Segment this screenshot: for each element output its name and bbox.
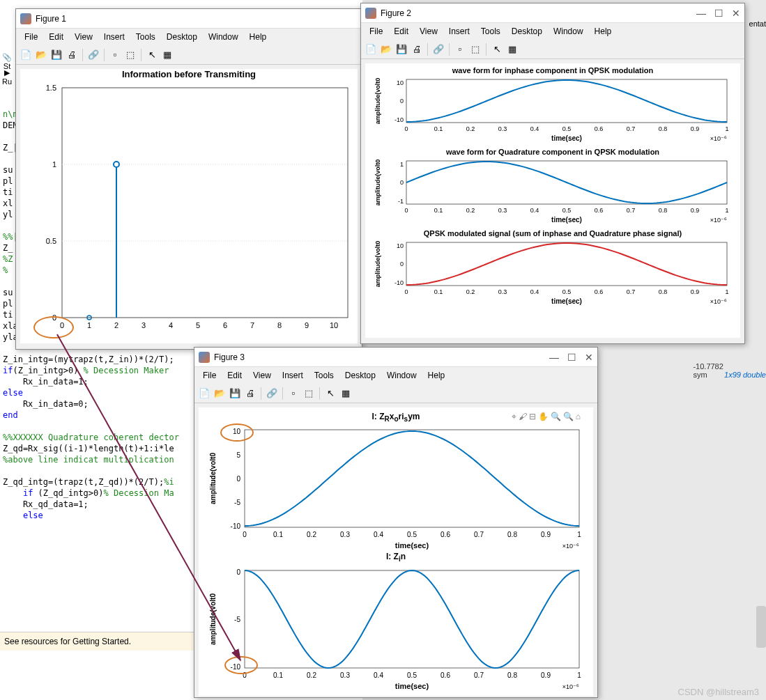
scrollbar-thumb[interactable] xyxy=(756,606,766,648)
svg-text:-5: -5 xyxy=(234,499,240,506)
print-icon[interactable]: 🖨 xyxy=(410,42,424,56)
new-icon[interactable]: 📄 xyxy=(364,42,378,56)
pan-icon[interactable]: ✋ xyxy=(538,412,549,421)
figure-2-subplot-3[interactable]: 100-10 00.10.20.30.40.50.60.70.80.91 tim… xyxy=(368,239,739,309)
new-icon[interactable]: 📄 xyxy=(197,387,211,400)
pointer-icon[interactable]: ↖ xyxy=(145,48,159,62)
menu-tools[interactable]: Tools xyxy=(475,25,506,38)
svg-text:0.6: 0.6 xyxy=(595,207,604,214)
minimize-button[interactable]: — xyxy=(696,8,706,19)
save-icon[interactable]: 💾 xyxy=(395,42,408,56)
rotate-icon[interactable]: ▫ xyxy=(108,48,122,62)
menu-help[interactable]: Help xyxy=(244,31,273,43)
zoomin-icon[interactable]: 🔍 xyxy=(551,412,561,421)
menu-file[interactable]: File xyxy=(197,369,222,382)
svg-text:0: 0 xyxy=(404,288,408,295)
figure-3-subplot-1[interactable]: 1050-5-10 00.10.20.30.40.50.60.70.80.91 … xyxy=(203,424,593,550)
open-icon[interactable]: 📂 xyxy=(213,387,227,400)
save-icon[interactable]: 💾 xyxy=(49,48,63,62)
figure-3-menubar: File Edit View Insert Tools Desktop Wind… xyxy=(194,367,597,384)
menu-insert[interactable]: Insert xyxy=(443,25,475,38)
menu-view[interactable]: View xyxy=(247,369,277,382)
figure-1-axes[interactable]: Information before Transmiting 0 0.5 1 1… xyxy=(20,69,358,343)
close-button[interactable]: ✕ xyxy=(732,8,740,19)
datatip-icon[interactable]: ⬚ xyxy=(302,387,316,400)
menu-window[interactable]: Window xyxy=(203,31,244,43)
svg-text:5: 5 xyxy=(236,451,240,459)
menu-edit[interactable]: Edit xyxy=(222,369,247,382)
print-icon[interactable]: 🖨 xyxy=(243,387,257,400)
pointer-icon[interactable]: ↖ xyxy=(323,387,337,400)
link-icon[interactable]: 🔗 xyxy=(86,48,100,62)
menu-view[interactable]: View xyxy=(414,25,443,38)
menu-help[interactable]: Help xyxy=(589,25,618,38)
svg-text:0.2: 0.2 xyxy=(307,671,316,679)
getting-started-link[interactable]: Getting Started xyxy=(72,637,129,646)
minimize-button[interactable]: — xyxy=(549,352,559,363)
svg-text:amplitude(volt0: amplitude(volt0 xyxy=(374,78,381,125)
svg-text:0: 0 xyxy=(236,475,240,483)
home-icon[interactable]: ⌂ xyxy=(576,412,581,421)
svg-text:8: 8 xyxy=(277,321,282,329)
properties-icon[interactable]: ▦ xyxy=(505,42,519,56)
svg-rect-0 xyxy=(62,88,348,318)
zoomout-icon[interactable]: 🔍 xyxy=(563,412,574,421)
menu-insert[interactable]: Insert xyxy=(277,369,309,382)
svg-text:0: 0 xyxy=(243,531,247,538)
menu-desktop[interactable]: Desktop xyxy=(339,369,381,382)
new-icon[interactable]: 📄 xyxy=(19,48,33,62)
menu-tools[interactable]: Tools xyxy=(309,369,339,382)
link-icon[interactable]: 🔗 xyxy=(431,42,445,56)
partial-tab-entat[interactable]: entat xyxy=(749,20,766,28)
menu-desktop[interactable]: Desktop xyxy=(161,31,203,43)
brush-icon[interactable]: ⌖ xyxy=(512,412,516,421)
figure-2-titlebar[interactable]: Figure 2 — ☐ ✕ xyxy=(361,3,744,23)
properties-icon[interactable]: ▦ xyxy=(339,387,353,400)
close-button[interactable]: ✕ xyxy=(585,352,593,363)
datatips-icon[interactable]: ⊟ xyxy=(529,412,536,421)
figure-3-subplot-2[interactable]: 0-5-10 00.10.20.30.40.50.60.70.80.91 tim… xyxy=(203,565,593,690)
menu-tools[interactable]: Tools xyxy=(130,31,161,43)
print-icon[interactable]: 🖨 xyxy=(65,48,79,62)
maximize-button[interactable]: ☐ xyxy=(714,8,723,19)
menu-desktop[interactable]: Desktop xyxy=(506,25,548,38)
svg-text:3: 3 xyxy=(141,321,146,329)
menu-file[interactable]: File xyxy=(19,31,43,43)
svg-text:4: 4 xyxy=(169,321,173,329)
svg-text:0: 0 xyxy=(404,207,408,214)
partial-tab-ru[interactable]: ▶ Ru xyxy=(0,68,14,86)
maximize-button[interactable]: ☐ xyxy=(567,352,576,363)
link-icon[interactable]: 🔗 xyxy=(265,387,279,400)
annotation-circle-3 xyxy=(224,656,258,674)
menu-view[interactable]: View xyxy=(69,31,98,43)
figure-2-subplot-1[interactable]: 100-10 00.10.20.30.40.50.60.70.80.91 tim… xyxy=(368,76,739,146)
figure-3-titlebar[interactable]: Figure 3 — ☐ ✕ xyxy=(194,348,597,367)
menu-file[interactable]: File xyxy=(364,25,388,38)
properties-icon[interactable]: ▦ xyxy=(160,48,174,62)
svg-text:-10: -10 xyxy=(231,522,241,530)
axes-toolbar: ⌖ 🖌 ⊟ ✋ 🔍 🔍 ⌂ xyxy=(512,412,581,421)
figure-2-subplot-2[interactable]: 10-1 00.10.20.30.40.50.60.70.80.91 time(… xyxy=(368,157,739,227)
menu-window[interactable]: Window xyxy=(548,25,589,38)
open-icon[interactable]: 📂 xyxy=(34,48,48,62)
menu-insert[interactable]: Insert xyxy=(98,31,130,43)
figure-1-titlebar[interactable]: Figure 1 xyxy=(16,9,362,29)
save-icon[interactable]: 💾 xyxy=(228,387,242,400)
svg-rect-57 xyxy=(406,242,727,286)
datatip-icon[interactable]: ⬚ xyxy=(468,42,482,56)
svg-text:0.9: 0.9 xyxy=(541,531,551,538)
svg-text:0.5: 0.5 xyxy=(562,125,572,132)
rotate-icon[interactable]: ▫ xyxy=(286,387,300,400)
svg-rect-75 xyxy=(245,430,579,527)
svg-text:0.1: 0.1 xyxy=(273,671,283,679)
rotate-icon[interactable]: ▫ xyxy=(453,42,467,56)
menu-edit[interactable]: Edit xyxy=(43,31,69,43)
export-icon[interactable]: 🖌 xyxy=(519,412,527,421)
menu-help[interactable]: Help xyxy=(422,369,451,382)
menu-edit[interactable]: Edit xyxy=(388,25,414,38)
menu-window[interactable]: Window xyxy=(381,369,422,382)
open-icon[interactable]: 📂 xyxy=(379,42,393,56)
svg-text:0.4: 0.4 xyxy=(530,207,539,214)
datatip-icon[interactable]: ⬚ xyxy=(123,48,137,62)
pointer-icon[interactable]: ↖ xyxy=(490,42,504,56)
